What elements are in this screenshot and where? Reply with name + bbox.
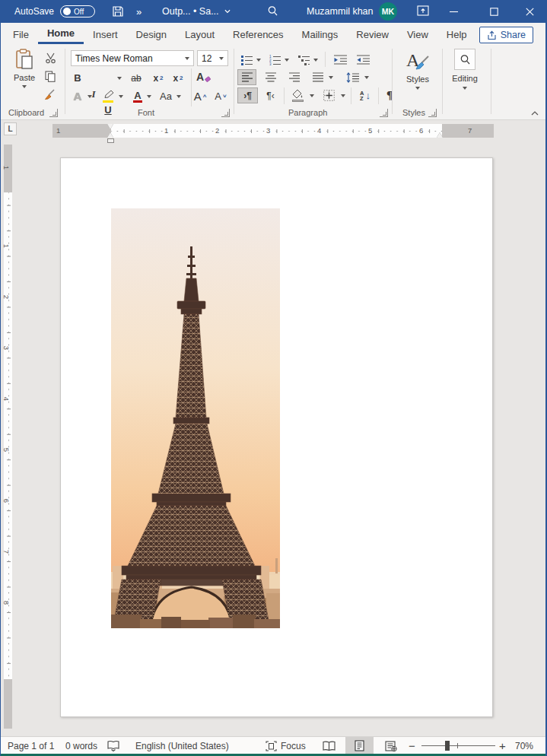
user-name[interactable]: Muzammil khan [307,0,374,23]
align-right-button[interactable] [285,69,304,85]
clipboard-dialog-launcher[interactable] [49,109,58,117]
collapse-ribbon-button[interactable] [529,105,541,121]
proofing-status-icon[interactable] [107,737,119,754]
text-effects-button[interactable]: A [69,88,86,104]
tab-stop-selector[interactable]: L [4,122,17,135]
borders-chevron-icon[interactable] [339,87,348,103]
vertical-ruler[interactable]: 1 1 2 3 4 5 6 7 8 [4,145,12,729]
document-page[interactable] [60,157,493,717]
superscript-button[interactable]: x2 [170,70,186,86]
bullets-button[interactable] [239,52,254,68]
highlight-button[interactable] [100,88,116,104]
justify-chevron-icon[interactable] [326,69,336,85]
print-layout-button[interactable] [345,737,374,754]
zoom-slider-track[interactable] [421,745,495,746]
maximize-button[interactable] [481,0,507,23]
web-layout-button[interactable] [378,737,404,754]
read-mode-button[interactable] [317,737,340,754]
align-center-button[interactable] [261,69,280,85]
tab-file[interactable]: File [1,24,38,44]
increase-indent-button[interactable] [354,52,372,68]
numbering-chevron-icon[interactable] [282,52,291,68]
language-status[interactable]: English (United States) [135,737,229,754]
format-painter-button[interactable] [42,87,59,103]
tab-home[interactable]: Home [38,24,84,44]
change-case-chevron-icon[interactable] [174,88,183,104]
styles-button[interactable]: A Styles [396,50,439,90]
underline-button[interactable]: U [102,102,114,118]
left-indent-marker[interactable] [107,138,114,143]
clear-formatting-button[interactable]: A [194,68,214,84]
share-button[interactable]: Share [479,27,533,43]
shading-chevron-icon[interactable] [307,87,316,103]
ruler-number: 2 [214,126,221,135]
close-button[interactable] [517,0,542,23]
font-name-chevron-icon [185,57,189,60]
decrease-indent-button[interactable] [331,52,349,68]
tab-help[interactable]: Help [437,24,476,44]
numbering-button[interactable]: 123 [267,52,282,68]
tab-design[interactable]: Design [127,24,176,44]
font-name-combo[interactable]: Times New Roman [71,50,194,66]
tab-insert[interactable]: Insert [84,24,127,44]
line-spacing-button[interactable] [343,69,361,85]
search-icon[interactable] [267,5,278,17]
ribbon-display-options-icon[interactable] [417,5,429,17]
paragraph-dialog-launcher[interactable] [380,109,388,117]
highlight-chevron-icon[interactable] [116,88,126,104]
right-indent-marker[interactable] [437,132,443,138]
rtl-direction-button[interactable]: ¶‹ [261,87,280,103]
focus-button[interactable]: Focus [266,737,306,754]
ltr-direction-button[interactable]: ›¶ [237,87,258,103]
hanging-indent-marker[interactable] [107,132,113,138]
font-color-button[interactable]: A [130,88,145,104]
strikethrough-button[interactable]: ab [127,70,145,86]
align-left-button[interactable] [237,69,256,85]
quick-access-overflow-icon[interactable]: » [136,6,142,17]
underline-chevron-icon[interactable] [115,70,124,86]
tab-mailings[interactable]: Mailings [293,24,348,44]
word-window: AutoSave Off » Outp... • Sa... Muzammil … [0,0,547,756]
word-count[interactable]: 0 words [65,737,97,754]
multilevel-chevron-icon[interactable] [311,52,320,68]
font-dialog-launcher[interactable] [221,109,230,117]
horizontal-ruler[interactable]: 1 1 2 3 4 5 6 7 [52,124,494,138]
editing-button[interactable]: Editing [445,49,485,90]
zoom-in-button[interactable]: + [499,737,506,754]
shrink-font-button[interactable]: A˅ [211,88,230,104]
autosave-toggle[interactable]: Off [60,5,95,17]
justify-button[interactable] [308,69,327,85]
grow-font-button[interactable]: A˄ [191,88,209,104]
tab-view[interactable]: View [398,24,437,44]
borders-button[interactable] [320,87,338,103]
document-title[interactable]: Outp... • Sa... [162,0,231,23]
multilevel-list-button[interactable] [296,52,311,68]
page-indicator[interactable]: Page 1 of 1 [8,737,54,754]
avatar[interactable]: MK [379,2,397,21]
minimize-button[interactable] [440,0,466,23]
paste-button[interactable]: Paste [8,49,40,88]
tab-layout[interactable]: Layout [176,24,224,44]
styles-dialog-launcher[interactable] [428,109,437,117]
copy-button[interactable] [42,68,59,84]
bold-button[interactable]: B [71,70,84,86]
font-size-combo[interactable]: 12 [197,50,228,66]
line-spacing-chevron-icon[interactable] [362,69,371,85]
font-color-chevron-icon[interactable] [145,88,154,104]
sort-button[interactable]: AZ ↓ [355,87,375,103]
subscript-button[interactable]: x2 [150,70,167,86]
text-effects-chevron-icon[interactable] [85,88,94,104]
zoom-level[interactable]: 70% [515,737,533,754]
bullets-chevron-icon[interactable] [254,52,263,68]
tab-references[interactable]: References [224,24,292,44]
zoom-out-button[interactable]: − [409,737,415,754]
shading-button[interactable] [288,87,307,103]
cut-button[interactable] [42,50,59,66]
first-line-indent-marker[interactable] [107,124,113,129]
show-hide-pilcrow-button[interactable]: ¶ [381,87,398,103]
change-case-button[interactable]: Aa [157,88,175,104]
save-icon[interactable] [112,5,124,17]
tab-review[interactable]: Review [347,24,398,44]
zoom-slider-handle[interactable] [445,741,450,751]
eiffel-tower-image[interactable] [111,208,280,628]
